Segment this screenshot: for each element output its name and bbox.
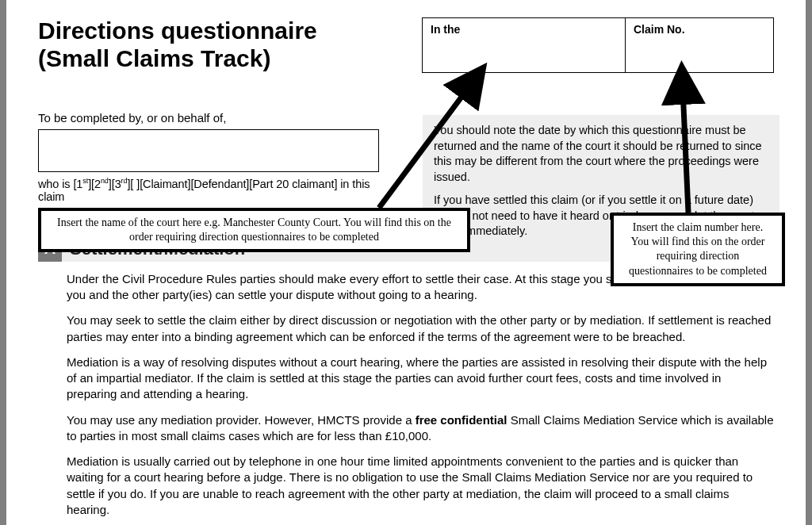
body-paragraph-5: Mediation is usually carried out by tele… — [67, 454, 774, 518]
completed-label: To be completed by, or on behalf of, — [38, 111, 379, 125]
title-line-1: Directions questionnaire — [38, 17, 317, 44]
body-paragraph-4: You may use any mediation provider. Howe… — [67, 412, 774, 445]
title-line-2: (Small Claims Track) — [38, 45, 270, 71]
body-paragraph-2: You may seek to settle the claim either … — [67, 312, 774, 345]
claim-no-label: Claim No. — [634, 23, 765, 36]
annotation-court-name: Insert the name of the court here e.g. M… — [38, 208, 470, 252]
header-row: Directions questionnaire (Small Claims T… — [38, 17, 774, 73]
claim-no-box[interactable]: Claim No. — [625, 17, 774, 73]
completed-input-box[interactable] — [38, 129, 379, 172]
in-the-label: In the — [431, 23, 617, 36]
document-page: Directions questionnaire (Small Claims T… — [6, 0, 806, 525]
completed-block: To be completed by, or on behalf of, who… — [38, 111, 379, 203]
in-the-box[interactable]: In the — [422, 17, 625, 73]
annotation-claim-number: Insert the claim number here. You will f… — [611, 213, 785, 286]
body-paragraph-3: Mediation is a way of resolving disputes… — [67, 354, 774, 403]
title-block: Directions questionnaire (Small Claims T… — [38, 17, 317, 72]
page-title: Directions questionnaire (Small Claims T… — [38, 17, 317, 72]
party-line: who is [1st][2nd][3rd][ ][Claimant][Defe… — [38, 177, 379, 203]
note-paragraph-1: You should note the date by which this q… — [434, 123, 768, 185]
header-boxes: In the Claim No. — [422, 17, 774, 73]
section-a-body: Under the Civil Procedure Rules parties … — [67, 271, 774, 518]
